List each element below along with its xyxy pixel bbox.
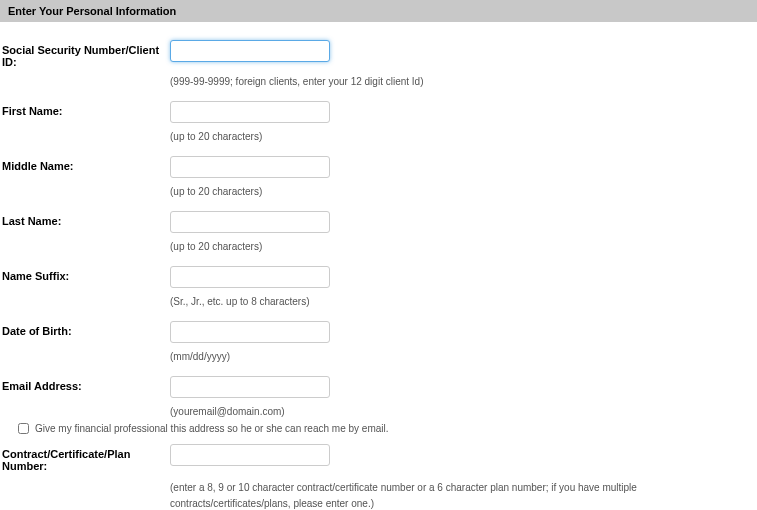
hint-middle-name: (up to 20 characters) [170, 182, 262, 197]
row-contract: Contract/Certificate/Plan Number: [0, 444, 757, 472]
label-contract: Contract/Certificate/Plan Number: [0, 444, 170, 472]
row-dob: Date of Birth: [0, 321, 757, 343]
hint-first-name: (up to 20 characters) [170, 127, 262, 142]
hint-contract: (enter a 8, 9 or 10 character contract/c… [170, 476, 757, 510]
input-email[interactable] [170, 376, 330, 398]
checkbox-share-email[interactable] [18, 423, 29, 434]
input-dob[interactable] [170, 321, 330, 343]
label-email: Email Address: [0, 376, 170, 392]
label-middle-name: Middle Name: [0, 156, 170, 172]
row-ssn: Social Security Number/Client ID: [0, 40, 757, 68]
input-suffix[interactable] [170, 266, 330, 288]
row-email: Email Address: [0, 376, 757, 398]
hint-dob: (mm/dd/yyyy) [170, 347, 230, 362]
input-last-name[interactable] [170, 211, 330, 233]
label-last-name: Last Name: [0, 211, 170, 227]
hint-email: (youremail@domain.com) [170, 402, 285, 417]
row-first-name: First Name: [0, 101, 757, 123]
hint-last-name: (up to 20 characters) [170, 237, 262, 252]
hint-suffix: (Sr., Jr., etc. up to 8 characters) [170, 292, 310, 307]
hint-ssn: (999-99-9999; foreign clients, enter you… [170, 72, 423, 87]
input-middle-name[interactable] [170, 156, 330, 178]
input-ssn[interactable] [170, 40, 330, 62]
section-header: Enter Your Personal Information [0, 0, 757, 22]
row-suffix: Name Suffix: [0, 266, 757, 288]
input-first-name[interactable] [170, 101, 330, 123]
label-first-name: First Name: [0, 101, 170, 117]
row-share-email: Give my financial professional this addr… [18, 423, 757, 434]
label-ssn: Social Security Number/Client ID: [0, 40, 170, 68]
row-middle-name: Middle Name: [0, 156, 757, 178]
label-share-email: Give my financial professional this addr… [35, 423, 389, 434]
label-suffix: Name Suffix: [0, 266, 170, 282]
row-last-name: Last Name: [0, 211, 757, 233]
label-dob: Date of Birth: [0, 321, 170, 337]
input-contract[interactable] [170, 444, 330, 466]
